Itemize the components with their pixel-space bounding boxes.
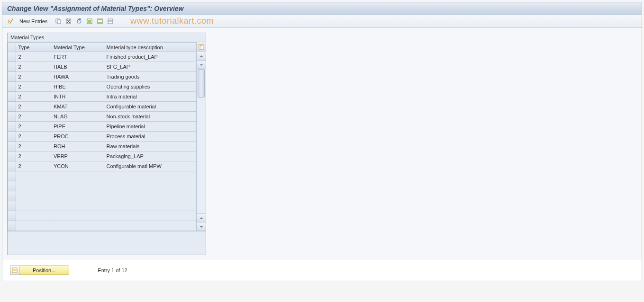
table-row[interactable]: 2YCONConfigurable matl MPW — [8, 161, 196, 171]
select-all-icon[interactable] — [85, 17, 94, 26]
row-selector[interactable] — [8, 191, 16, 201]
cell-material-type[interactable] — [51, 191, 104, 201]
cell-description[interactable]: Process material — [104, 132, 196, 142]
cell-type[interactable]: 2 — [16, 122, 51, 132]
scroll-up-button-bottom[interactable] — [197, 214, 206, 222]
cell-description[interactable]: Operating supplies — [104, 82, 196, 92]
row-selector[interactable] — [8, 92, 16, 102]
cell-description[interactable]: Finished product_LAP — [104, 52, 196, 62]
cell-type[interactable]: 2 — [16, 151, 51, 161]
row-selector[interactable] — [8, 161, 16, 171]
cell-material-type[interactable]: FERT — [51, 52, 104, 62]
table-row[interactable] — [8, 171, 196, 181]
cell-material-type[interactable] — [51, 171, 104, 181]
row-selector[interactable] — [8, 82, 16, 92]
position-icon[interactable] — [10, 266, 19, 275]
cell-description[interactable]: Non-stock material — [104, 112, 196, 122]
row-selector[interactable] — [8, 142, 16, 151]
new-entries-button[interactable]: New Entries — [17, 18, 50, 25]
cell-description[interactable]: Configurable material — [104, 102, 196, 112]
scroll-down-button-bottom[interactable] — [197, 222, 206, 231]
table-row[interactable]: 2INTRIntra material — [8, 92, 196, 102]
row-selector[interactable] — [8, 112, 16, 122]
table-row[interactable]: 2PIPEPipeline material — [8, 122, 196, 132]
toggle-display-icon[interactable] — [6, 17, 15, 26]
row-selector[interactable] — [8, 122, 16, 132]
cell-type[interactable]: 2 — [16, 112, 51, 122]
table-row[interactable] — [8, 191, 196, 201]
select-block-icon[interactable] — [96, 17, 104, 26]
cell-type[interactable]: 2 — [16, 142, 51, 151]
row-selector[interactable] — [8, 132, 16, 142]
row-selector[interactable] — [8, 62, 16, 72]
cell-description[interactable]: Trading goods — [104, 72, 196, 82]
position-button[interactable]: Position... — [19, 266, 69, 275]
cell-type[interactable]: 2 — [16, 161, 51, 171]
cell-type[interactable] — [16, 211, 51, 221]
cell-material-type[interactable]: NLAG — [51, 112, 104, 122]
table-row[interactable]: 2VERPPackaging_LAP — [8, 151, 196, 161]
cell-type[interactable] — [16, 191, 51, 201]
cell-description[interactable]: Raw materials — [104, 142, 196, 151]
scroll-up-button[interactable] — [197, 52, 206, 61]
table-row[interactable] — [8, 221, 196, 231]
table-row[interactable]: 2ROHRaw materials — [8, 142, 196, 151]
delete-icon[interactable] — [64, 17, 73, 26]
table-row[interactable]: 2KMATConfigurable material — [8, 102, 196, 112]
cell-material-type[interactable] — [51, 181, 104, 191]
column-header-material-type[interactable]: Material Type — [51, 43, 104, 52]
cell-type[interactable]: 2 — [16, 102, 51, 112]
cell-type[interactable]: 2 — [16, 72, 51, 82]
cell-material-type[interactable]: PROC — [51, 132, 104, 142]
cell-description[interactable] — [104, 221, 196, 231]
row-selector[interactable] — [8, 72, 16, 82]
table-row[interactable]: 2HAWATrading goods — [8, 72, 196, 82]
cell-material-type[interactable]: HALB — [51, 62, 104, 72]
row-selector[interactable] — [8, 102, 16, 112]
table-settings-icon[interactable] — [197, 42, 206, 52]
cell-description[interactable]: Configurable matl MPW — [104, 161, 196, 171]
copy-icon[interactable] — [54, 17, 63, 26]
scroll-track[interactable] — [197, 69, 206, 214]
table-row[interactable]: 2PROCProcess material — [8, 132, 196, 142]
row-selector[interactable] — [8, 201, 16, 211]
table-row[interactable]: 2HALBSFG_LAP — [8, 62, 196, 72]
cell-type[interactable]: 2 — [16, 82, 51, 92]
cell-description[interactable]: Pipeline material — [104, 122, 196, 132]
cell-description[interactable] — [104, 201, 196, 211]
cell-type[interactable]: 2 — [16, 52, 51, 62]
table-row[interactable] — [8, 181, 196, 191]
deselect-all-icon[interactable] — [106, 17, 115, 26]
row-selector[interactable] — [8, 52, 16, 62]
table-row[interactable]: 2FERTFinished product_LAP — [8, 52, 196, 62]
cell-material-type[interactable]: KMAT — [51, 102, 104, 112]
cell-material-type[interactable] — [51, 201, 104, 211]
cell-description[interactable] — [104, 171, 196, 181]
row-selector[interactable] — [8, 151, 16, 161]
row-selector[interactable] — [8, 211, 16, 221]
cell-material-type[interactable]: HAWA — [51, 72, 104, 82]
cell-description[interactable]: Packaging_LAP — [104, 151, 196, 161]
cell-material-type[interactable] — [51, 221, 104, 231]
cell-type[interactable] — [16, 181, 51, 191]
cell-type[interactable] — [16, 221, 51, 231]
select-all-header[interactable] — [8, 43, 16, 52]
cell-material-type[interactable]: INTR — [51, 92, 104, 102]
cell-type[interactable] — [16, 171, 51, 181]
cell-description[interactable] — [104, 191, 196, 201]
cell-material-type[interactable]: HIBE — [51, 82, 104, 92]
cell-material-type[interactable]: ROH — [51, 142, 104, 151]
table-row[interactable]: 2HIBEOperating supplies — [8, 82, 196, 92]
table-row[interactable] — [8, 211, 196, 221]
vertical-scrollbar[interactable] — [196, 42, 206, 231]
cell-type[interactable]: 2 — [16, 132, 51, 142]
cell-type[interactable] — [16, 201, 51, 211]
column-header-type[interactable]: Type — [16, 43, 51, 52]
row-selector[interactable] — [8, 181, 16, 191]
table-row[interactable]: 2NLAGNon-stock material — [8, 112, 196, 122]
cell-material-type[interactable]: VERP — [51, 151, 104, 161]
scroll-thumb[interactable] — [198, 69, 205, 98]
cell-material-type[interactable] — [51, 211, 104, 221]
cell-type[interactable]: 2 — [16, 62, 51, 72]
table-row[interactable] — [8, 201, 196, 211]
